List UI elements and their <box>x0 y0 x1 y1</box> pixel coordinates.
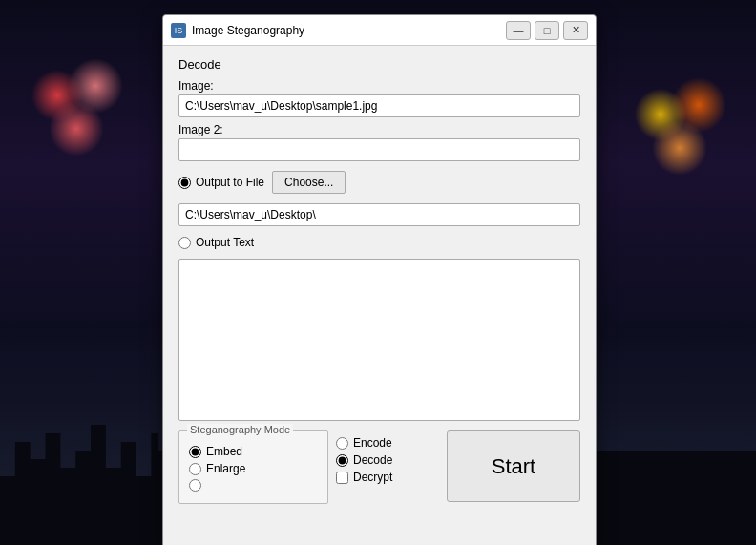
output-text-label: Output Text <box>196 236 254 249</box>
enlarge-label: Enlarge <box>206 462 245 475</box>
maximize-button[interactable]: □ <box>535 21 559 40</box>
image-label: Image: <box>178 79 580 93</box>
output-file-label: Output to File <box>196 176 264 189</box>
decode-option[interactable]: Decode <box>336 453 439 467</box>
encode-decode-options: Encode Decode Decrypt <box>336 430 439 488</box>
output-text-option[interactable]: Output Text <box>178 236 254 249</box>
decrypt-label: Decrypt <box>353 471 392 484</box>
window-title: Image Steganography <box>192 24 506 37</box>
other-radio[interactable] <box>189 479 201 492</box>
encode-option[interactable]: Encode <box>336 436 439 450</box>
steganography-mode-group: Steganography Mode Embed Enlarge <box>178 430 328 504</box>
title-bar: IS Image Steganography — □ ✕ <box>163 15 596 46</box>
embed-label: Embed <box>206 445 242 458</box>
enlarge-radio[interactable] <box>189 463 201 475</box>
app-icon: IS <box>171 23 186 38</box>
left-firework-decoration <box>19 57 134 200</box>
image-input[interactable] <box>178 94 580 117</box>
output-file-row: Output to File Choose... <box>178 171 580 194</box>
choose-button[interactable]: Choose... <box>272 171 346 194</box>
enlarge-option[interactable]: Enlarge <box>189 462 318 475</box>
image2-field-group: Image 2: <box>178 123 580 161</box>
output-file-radio[interactable] <box>178 177 191 189</box>
window-controls: — □ ✕ <box>506 21 588 40</box>
output-file-option[interactable]: Output to File <box>178 176 264 189</box>
other-option[interactable] <box>189 479 318 492</box>
window-content: Decode Image: Image 2: Output to File Ch… <box>163 46 596 545</box>
decode-radio[interactable] <box>336 454 348 467</box>
decode-label: Decode <box>353 453 392 467</box>
encode-label: Encode <box>353 436 392 450</box>
output-textarea[interactable] <box>178 259 580 421</box>
right-firework-decoration <box>622 76 737 220</box>
embed-radio[interactable] <box>189 446 201 458</box>
steg-mode-legend: Steganography Mode <box>187 424 293 435</box>
minimize-button[interactable]: — <box>506 21 531 40</box>
app-window: IS Image Steganography — □ ✕ Decode Imag… <box>162 14 597 545</box>
start-button[interactable]: Start <box>447 430 580 502</box>
bottom-section: Steganography Mode Embed Enlarge <box>178 430 580 504</box>
encode-radio[interactable] <box>336 437 348 450</box>
close-button[interactable]: ✕ <box>563 21 588 40</box>
decrypt-checkbox[interactable] <box>336 472 348 484</box>
decrypt-option[interactable]: Decrypt <box>336 471 439 484</box>
output-text-row: Output Text <box>178 236 580 249</box>
embed-option[interactable]: Embed <box>189 445 318 458</box>
output-path-input[interactable] <box>178 203 580 226</box>
image2-label: Image 2: <box>178 123 580 136</box>
image2-input[interactable] <box>178 138 580 161</box>
output-text-radio[interactable] <box>178 237 191 249</box>
image-field-group: Image: <box>178 79 580 117</box>
decode-section-header: Decode <box>178 57 580 72</box>
